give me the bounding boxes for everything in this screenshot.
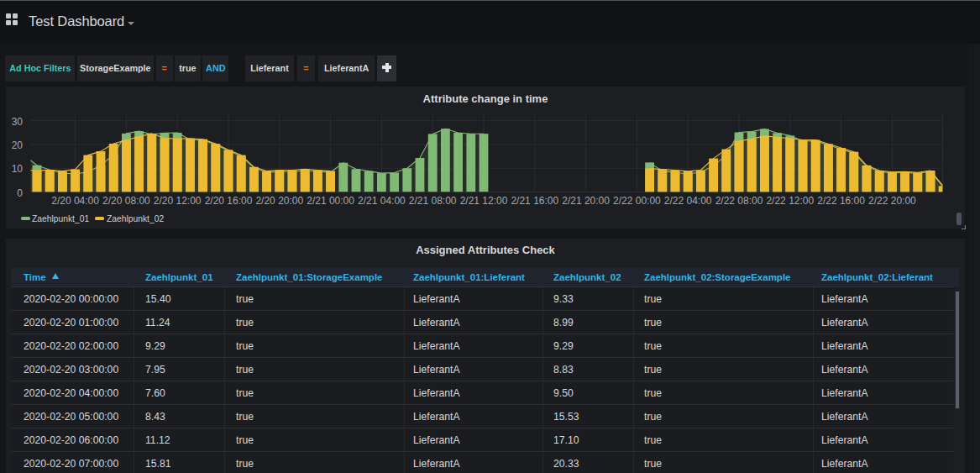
- svg-text:Zaehlpunkt_01: Zaehlpunkt_01: [32, 214, 89, 223]
- svg-text:2/21 08:00: 2/21 08:00: [409, 195, 457, 207]
- svg-text:2/21 12:00: 2/21 12:00: [460, 195, 508, 207]
- svg-text:2/22 00:00: 2/22 00:00: [613, 195, 661, 207]
- svg-text:2/20 12:00: 2/20 12:00: [154, 195, 202, 207]
- svg-text:2/20 08:00: 2/20 08:00: [102, 195, 150, 207]
- svg-text:2/22 04:00: 2/22 04:00: [664, 195, 712, 207]
- svg-text:2/21 00:00: 2/21 00:00: [307, 195, 354, 207]
- svg-text:2/20 04:00: 2/20 04:00: [51, 195, 99, 207]
- svg-text:2/22 08:00: 2/22 08:00: [715, 195, 763, 207]
- svg-text:2/22 16:00: 2/22 16:00: [817, 195, 865, 207]
- svg-text:2/21 16:00: 2/21 16:00: [511, 195, 558, 207]
- svg-text:30: 30: [12, 116, 24, 128]
- svg-text:0: 0: [17, 187, 23, 199]
- svg-text:2/20 20:00: 2/20 20:00: [255, 195, 303, 207]
- svg-text:20: 20: [12, 139, 24, 151]
- svg-text:2/22 20:00: 2/22 20:00: [868, 195, 916, 207]
- svg-text:10: 10: [12, 163, 24, 175]
- svg-text:2/20 16:00: 2/20 16:00: [205, 195, 253, 207]
- svg-text:2/21 20:00: 2/21 20:00: [562, 195, 610, 207]
- svg-text:2/22 12:00: 2/22 12:00: [766, 195, 814, 207]
- svg-text:2/21 04:00: 2/21 04:00: [358, 195, 406, 207]
- svg-text:Zaehlpunkt_02: Zaehlpunkt_02: [107, 214, 164, 223]
